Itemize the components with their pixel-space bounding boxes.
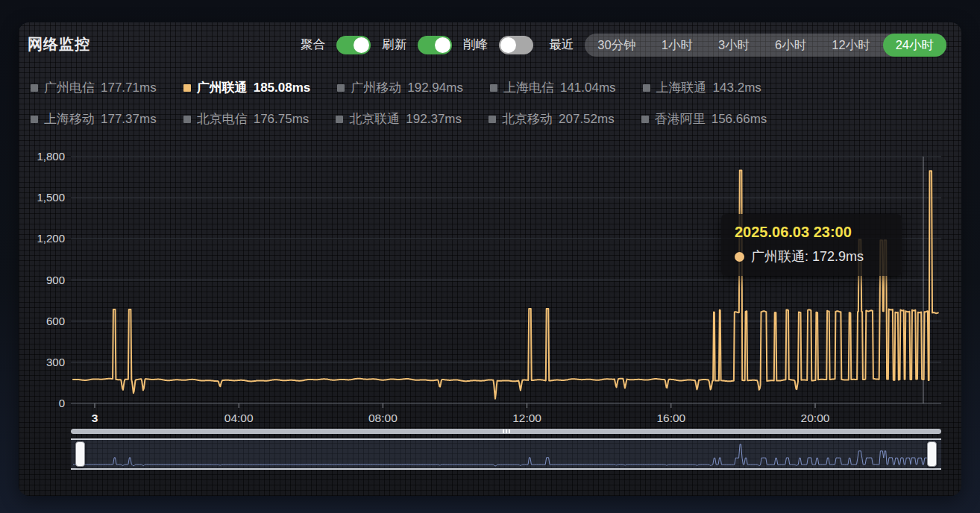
legend-name: 北京电信	[197, 110, 248, 128]
aggregate-toggle[interactable]	[336, 36, 371, 54]
x-axis-label: 16:00	[656, 412, 685, 424]
latency-line-chart[interactable]: 03006009001,2001,5001,800304:0008:0012:0…	[19, 142, 961, 440]
legend-item-bj-unicom[interactable]: 北京联通192.37ms	[336, 110, 462, 128]
legend-marker	[641, 116, 649, 123]
legend-marker	[643, 84, 650, 92]
peak-shaving-toggle-label: 削峰	[463, 37, 488, 53]
tooltip-series-value: 广州联通: 172.9ms	[751, 248, 864, 265]
legend-value: 156.66ms	[712, 112, 767, 127]
legend-marker	[490, 84, 497, 92]
range-6h-button[interactable]: 6小时	[762, 34, 819, 57]
peak-shaving-toggle[interactable]	[499, 36, 533, 54]
x-axis-label: 08:00	[368, 412, 398, 424]
y-axis-label: 1,500	[37, 191, 65, 204]
aggregate-toggle-label: 聚合	[301, 37, 325, 53]
datazoom-series-line	[73, 444, 935, 466]
tooltip-series-row: 广州联通: 172.9ms	[735, 248, 888, 265]
page-title: 网络监控	[28, 34, 90, 54]
legend-name: 广州电信	[44, 79, 95, 96]
legend-name: 北京联通	[349, 110, 400, 128]
y-axis-label: 1,800	[37, 150, 65, 163]
legend-item-gz-mobile[interactable]: 广州移动192.94ms	[337, 79, 463, 96]
legend-row-2: 上海移动177.37ms 北京电信176.75ms 北京联通192.37ms 北…	[31, 110, 767, 128]
legend-marker	[183, 84, 191, 92]
refresh-toggle[interactable]	[418, 36, 452, 54]
controls-bar: 聚合 刷新 削峰 最近 30分钟 1小时 3小时 6小时 12小时 24小时	[301, 33, 946, 57]
horizontal-scrollbar[interactable]	[71, 429, 941, 434]
legend-name: 香港阿里	[655, 110, 706, 128]
legend-value: 192.37ms	[406, 112, 462, 127]
legend-marker	[183, 116, 191, 123]
legend-marker	[31, 116, 38, 123]
toggle-knob	[354, 37, 369, 53]
legend-item-hk-ali[interactable]: 香港阿里156.66ms	[641, 110, 767, 128]
datazoom-right-handle[interactable]	[927, 441, 937, 467]
y-axis-label: 300	[46, 356, 65, 368]
series-line	[73, 170, 938, 398]
x-axis-label: 3	[92, 412, 98, 424]
toggle-knob	[435, 37, 450, 53]
y-axis-label: 600	[46, 315, 65, 327]
recent-label: 最近	[549, 37, 574, 53]
y-axis-label: 0	[59, 397, 65, 409]
legend-value: 176.75ms	[254, 112, 310, 127]
legend-value: 141.04ms	[560, 81, 616, 95]
y-axis-label: 900	[46, 274, 65, 286]
chart-tooltip: 2025.06.03 23:00 广州联通: 172.9ms	[721, 214, 902, 276]
range-24h-button[interactable]: 24小时	[883, 34, 946, 57]
y-axis-label: 1,200	[37, 232, 65, 245]
legend-value: 192.94ms	[407, 81, 463, 95]
x-axis-label: 04:00	[224, 412, 254, 424]
tooltip-timestamp: 2025.06.03 23:00	[735, 224, 888, 241]
legend-marker	[31, 84, 38, 92]
legend-value: 185.08ms	[254, 81, 311, 95]
toggle-knob	[500, 37, 516, 53]
network-monitor-panel: 网络监控 聚合 刷新 削峰 最近 30分钟 1小时 3小时 6小时 12小时 2…	[19, 22, 961, 496]
datazoom-left-handle[interactable]	[75, 441, 85, 467]
refresh-toggle-label: 刷新	[382, 37, 406, 53]
datazoom-preview	[71, 440, 938, 468]
legend-value: 177.71ms	[101, 81, 157, 95]
legend-item-bj-telecom[interactable]: 北京电信176.75ms	[183, 110, 310, 128]
legend-item-gz-unicom[interactable]: 广州联通185.08ms	[183, 79, 311, 96]
legend-name: 广州移动	[351, 79, 401, 96]
legend-name: 广州联通	[197, 79, 248, 96]
legend-item-sh-mobile[interactable]: 上海移动177.37ms	[31, 110, 157, 128]
range-30min-button[interactable]: 30分钟	[585, 34, 648, 57]
legend-item-gz-telecom[interactable]: 广州电信177.71ms	[31, 79, 157, 96]
legend-name: 北京移动	[502, 110, 553, 128]
range-3h-button[interactable]: 3小时	[706, 34, 762, 57]
range-1h-button[interactable]: 1小时	[649, 34, 706, 57]
legend-item-sh-unicom[interactable]: 上海联通143.2ms	[643, 79, 761, 96]
legend-item-sh-telecom[interactable]: 上海电信141.04ms	[490, 79, 616, 96]
legend-value: 177.37ms	[101, 112, 157, 127]
legend-item-bj-mobile[interactable]: 北京移动207.52ms	[489, 110, 615, 128]
legend-name: 上海移动	[44, 110, 95, 128]
datazoom-slider[interactable]	[71, 438, 941, 470]
legend-marker	[489, 116, 496, 123]
scrollbar-grip-icon[interactable]	[503, 429, 510, 433]
legend-marker	[336, 116, 343, 123]
legend-value: 207.52ms	[559, 112, 615, 127]
x-axis-label: 20:00	[801, 412, 830, 424]
legend-marker	[337, 84, 345, 92]
time-range-group: 30分钟 1小时 3小时 6小时 12小时 24小时	[585, 34, 946, 57]
legend-name: 上海电信	[503, 79, 554, 96]
series-dot-icon	[735, 252, 744, 262]
range-12h-button[interactable]: 12小时	[819, 34, 882, 57]
legend-row-1: 广州电信177.71ms 广州联通185.08ms 广州移动192.94ms 上…	[31, 79, 761, 96]
legend-name: 上海联通	[656, 79, 707, 96]
legend-value: 143.2ms	[713, 81, 761, 95]
x-axis-label: 12:00	[512, 412, 541, 424]
